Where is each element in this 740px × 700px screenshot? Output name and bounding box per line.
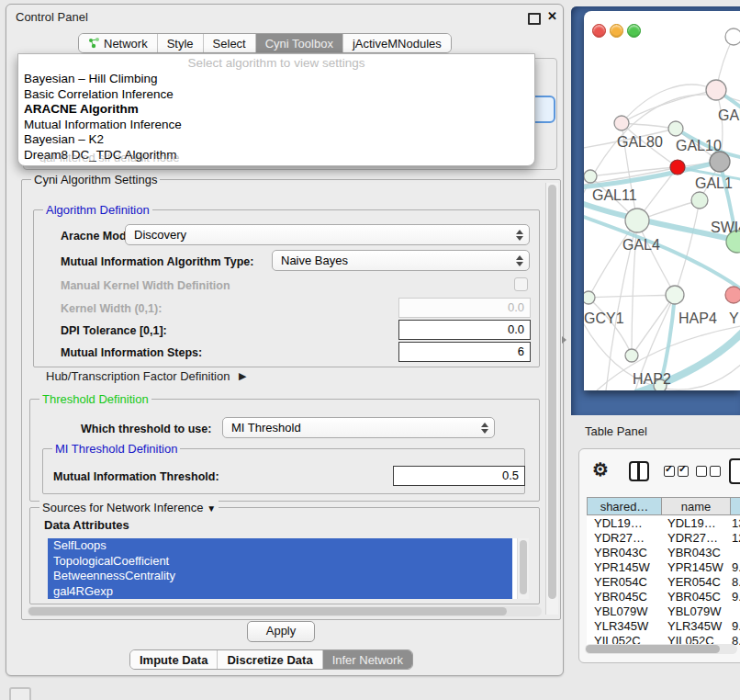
attribute-item-selected[interactable]: BetweennessCentrality [48,569,512,584]
dropdown-item[interactable]: Bayesian – Hill Climbing [18,72,534,87]
cell[interactable]: 8. [728,575,740,590]
table-horizontal-scrollbar-thumb[interactable] [586,645,720,653]
settings-horizontal-scrollbar-thumb[interactable] [28,607,507,615]
node-gal1[interactable] [691,192,708,209]
sources-title[interactable]: Sources for Network Inference ▼ [39,501,219,514]
hub-definition-expander[interactable]: Hub/Transcription Factor Definition ▶ [46,369,246,383]
deselect-all-checkboxes-icon[interactable] [696,466,721,477]
node-gal10[interactable] [668,121,683,136]
cell[interactable]: YDR27… [587,531,660,546]
attributes-list-scrollbar[interactable] [517,538,529,599]
dropdown-item[interactable]: Basic Correlation Inference [18,87,534,103]
cell[interactable]: 12 [728,531,740,546]
table-options-icon[interactable] [729,458,740,484]
node[interactable] [725,28,740,45]
node-gal80[interactable] [614,116,629,130]
cell[interactable]: 9. [728,590,740,604]
dropdown-item[interactable]: Mutual Information Inference [18,118,534,133]
dropdown-item-aracne[interactable]: ARACNE Algorithm [18,102,534,118]
dpi-tolerance-field[interactable]: 0.0 [398,320,531,340]
cell[interactable]: YBR045C [660,590,728,604]
apply-button[interactable]: Apply [247,621,315,642]
select-all-checkboxes-icon[interactable] [664,466,689,477]
cell[interactable]: 9. [728,619,740,634]
attributes-list-scrollbar-thumb[interactable] [520,540,527,594]
tab-impute-data[interactable]: Impute Data [130,650,218,669]
cell[interactable]: YDL19… [587,516,660,531]
cell[interactable]: YBR043C [660,546,728,560]
column-header-cut[interactable] [731,497,740,515]
control-panel-title: Control Panel [16,10,88,24]
node-gal4[interactable] [625,209,649,232]
column-header-shared[interactable]: shared… [587,497,662,515]
cell[interactable] [728,546,740,560]
cell[interactable]: YDR27… [660,531,728,546]
dropdown-item[interactable]: Bayesian – K2 [18,132,534,148]
window-minimize-icon[interactable] [610,24,623,38]
manual-kernel-width-checkbox[interactable] [514,277,528,291]
cell[interactable]: YBR045C [587,590,660,604]
cell[interactable]: YER054C [660,575,728,590]
node-hap2[interactable] [625,349,638,362]
cell[interactable]: YBR043C [587,546,660,560]
float-window-icon[interactable] [528,13,541,25]
cell[interactable] [728,604,740,619]
cell[interactable]: 9. [728,560,740,575]
attribute-item-selected[interactable]: gal4RGexp [48,584,512,600]
edge [622,85,716,123]
cell[interactable]: YPR145W [587,560,660,575]
node-hap4[interactable] [666,286,684,304]
tab-network[interactable]: Network [79,34,158,52]
network-canvas[interactable]: GAL GAL80 GAL10 GAL11 GAL1 SWI4 GAL4 GCY… [584,11,740,390]
table-row[interactable]: YPR145W YPR145W 9. [587,560,740,575]
tab-infer-network[interactable]: Infer Network [323,650,412,669]
kernel-width-field[interactable]: 0.0 [398,298,531,318]
table-row[interactable]: YBR045C YBR045C 9. [587,590,740,604]
node-salmon[interactable] [725,287,740,303]
table-row[interactable]: YER054C YER054C 8. [587,575,740,590]
aracne-mode-combo[interactable]: Discovery [125,224,530,245]
settings-scrollbar-thumb[interactable] [548,185,556,599]
tab-discretize-data[interactable]: Discretize Data [218,650,322,669]
tab-style[interactable]: Style [158,34,204,52]
node-selected-red[interactable] [670,160,685,175]
node-gcy1[interactable] [584,291,595,304]
table-row[interactable]: YDL19… YDL19… 13 [587,516,740,531]
network-view-window[interactable]: GAL GAL80 GAL10 GAL11 GAL1 SWI4 GAL4 GCY… [584,11,740,390]
cell[interactable]: YER054C [587,575,660,590]
cell[interactable]: YPR145W [660,560,728,575]
cell[interactable]: YLR345W [587,619,660,634]
split-column-icon[interactable] [629,461,649,481]
tab-jactivemnodules[interactable]: jActiveMNodules [343,34,451,52]
mi-algorithm-type-combo[interactable]: Naive Bayes [272,250,530,271]
which-threshold-combo[interactable]: MI Threshold [222,417,495,438]
node-gal[interactable] [706,80,726,100]
attribute-item-selected[interactable]: TopologicalCoefficient [48,554,512,570]
splitter-collapse-icon[interactable] [562,336,566,344]
column-header-name[interactable]: name [662,497,731,515]
mi-steps-field[interactable]: 6 [398,342,531,362]
table-row[interactable]: YBR043C YBR043C [587,546,740,560]
node-gray[interactable] [710,152,730,172]
cell[interactable]: YBL079W [660,604,728,619]
close-icon[interactable]: ✕ [547,9,557,23]
gear-icon[interactable]: ⚙ [592,458,609,480]
window-zoom-icon[interactable] [627,24,641,38]
attribute-item-selected[interactable]: SelfLoops [48,538,512,554]
tab-cyni-toolbox[interactable]: Cyni Toolbox [256,34,343,52]
cell[interactable]: YLR345W [660,619,728,634]
table-row[interactable]: YDR27… YDR27… 12 [587,531,740,546]
cell[interactable]: YDL19… [660,516,728,531]
cell[interactable]: YBL079W [587,604,660,619]
node-gal11[interactable] [584,170,597,183]
cell[interactable]: 13 [728,516,740,531]
table-horizontal-scrollbar[interactable] [585,644,737,654]
table-row[interactable]: YLR345W YLR345W 9. [587,619,740,634]
window-close-icon[interactable] [592,24,606,38]
mi-threshold-field[interactable]: 0.5 [393,466,525,486]
tab-select[interactable]: Select [204,34,256,52]
table-row[interactable]: YBL079W YBL079W [587,604,740,619]
settings-horizontal-scrollbar[interactable] [28,606,542,616]
application-root: Control Panel ✕ Network Style Select Cyn… [0,0,740,700]
settings-scrollbar[interactable] [545,183,558,615]
